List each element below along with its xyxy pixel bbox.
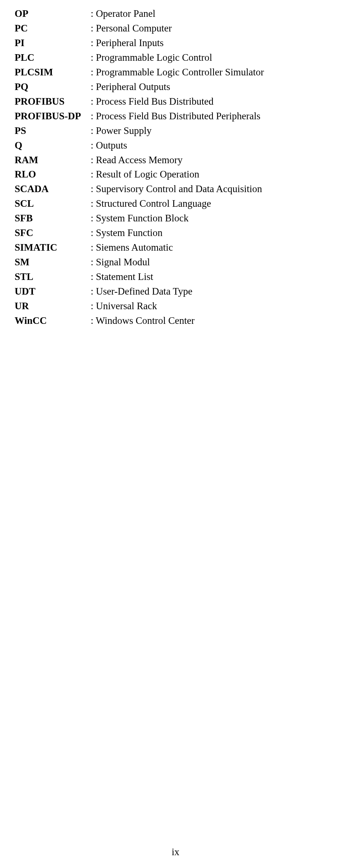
definition-row: SIMATIC : Siemens Automatic	[15, 240, 336, 255]
definition-text: : Read Access Memory	[91, 153, 336, 168]
definition-text: : Result of Logic Operation	[91, 167, 336, 182]
definition-text: : Process Field Bus Distributed	[91, 94, 336, 109]
definition-text: : Outputs	[91, 138, 336, 153]
abbreviation: SCADA	[15, 182, 91, 197]
definition-text: : Operator Panel	[91, 7, 336, 21]
definition-text: : Structured Control Language	[91, 197, 336, 211]
abbreviation: UR	[15, 299, 91, 314]
abbreviation: PS	[15, 124, 91, 138]
definitions-list: OP : Operator Panel PC : Personal Comput…	[15, 7, 336, 328]
definition-text: : System Function	[91, 226, 336, 240]
page-number: ix	[0, 846, 351, 858]
definition-row: PROFIBUS-DP : Process Field Bus Distribu…	[15, 109, 336, 124]
definition-row: SFC : System Function	[15, 226, 336, 240]
definition-row: UDT : User-Defined Data Type	[15, 284, 336, 299]
abbreviation: OP	[15, 7, 91, 21]
definition-text: : User-Defined Data Type	[91, 284, 336, 299]
abbreviation: WinCC	[15, 314, 91, 328]
definition-row: SM : Signal Modul	[15, 255, 336, 270]
definition-text: : Programmable Logic Control	[91, 50, 336, 65]
abbreviation: PC	[15, 21, 91, 36]
abbreviation: RLO	[15, 167, 91, 182]
definition-text: : Peripheral Inputs	[91, 36, 336, 50]
abbreviation: STL	[15, 270, 91, 284]
definition-row: SCL : Structured Control Language	[15, 197, 336, 211]
definition-text: : Personal Computer	[91, 21, 336, 36]
definition-row: WinCC : Windows Control Center	[15, 314, 336, 328]
abbreviation: PROFIBUS-DP	[15, 109, 91, 124]
abbreviation: SM	[15, 255, 91, 270]
definition-row: RLO : Result of Logic Operation	[15, 167, 336, 182]
abbreviation: PROFIBUS	[15, 94, 91, 109]
definition-row: PS : Power Supply	[15, 124, 336, 138]
abbreviation: PLCSIM	[15, 65, 91, 80]
definition-row: Q : Outputs	[15, 138, 336, 153]
abbreviation: RAM	[15, 153, 91, 168]
abbreviation: SIMATIC	[15, 240, 91, 255]
definition-text: : Windows Control Center	[91, 314, 336, 328]
abbreviation: SCL	[15, 197, 91, 211]
definition-text: : Process Field Bus Distributed Peripher…	[91, 109, 336, 124]
definition-text: : Peripheral Outputs	[91, 80, 336, 94]
abbreviation: SFC	[15, 226, 91, 240]
definition-text: : Universal Rack	[91, 299, 336, 314]
definition-row: OP : Operator Panel	[15, 7, 336, 21]
definition-row: SFB : System Function Block	[15, 211, 336, 226]
definition-row: PQ : Peripheral Outputs	[15, 80, 336, 94]
abbreviation: Q	[15, 138, 91, 153]
definition-text: : Signal Modul	[91, 255, 336, 270]
definition-text: : System Function Block	[91, 211, 336, 226]
abbreviation: UDT	[15, 284, 91, 299]
definition-row: SCADA : Supervisory Control and Data Acq…	[15, 182, 336, 197]
definition-text: : Power Supply	[91, 124, 336, 138]
definition-text: : Siemens Automatic	[91, 240, 336, 255]
definition-text: : Programmable Logic Controller Simulato…	[91, 65, 336, 80]
abbreviation: SFB	[15, 211, 91, 226]
abbreviation: PQ	[15, 80, 91, 94]
definition-row: PROFIBUS : Process Field Bus Distributed	[15, 94, 336, 109]
definition-text: : Statement List	[91, 270, 336, 284]
abbreviation: PI	[15, 36, 91, 50]
definition-row: PC : Personal Computer	[15, 21, 336, 36]
definition-row: UR : Universal Rack	[15, 299, 336, 314]
abbreviation: PLC	[15, 50, 91, 65]
definition-row: PLCSIM : Programmable Logic Controller S…	[15, 65, 336, 80]
definition-row: STL : Statement List	[15, 270, 336, 284]
definition-row: PLC : Programmable Logic Control	[15, 50, 336, 65]
definition-row: RAM : Read Access Memory	[15, 153, 336, 168]
definition-row: PI : Peripheral Inputs	[15, 36, 336, 50]
definition-text: : Supervisory Control and Data Acquisiti…	[91, 182, 336, 197]
